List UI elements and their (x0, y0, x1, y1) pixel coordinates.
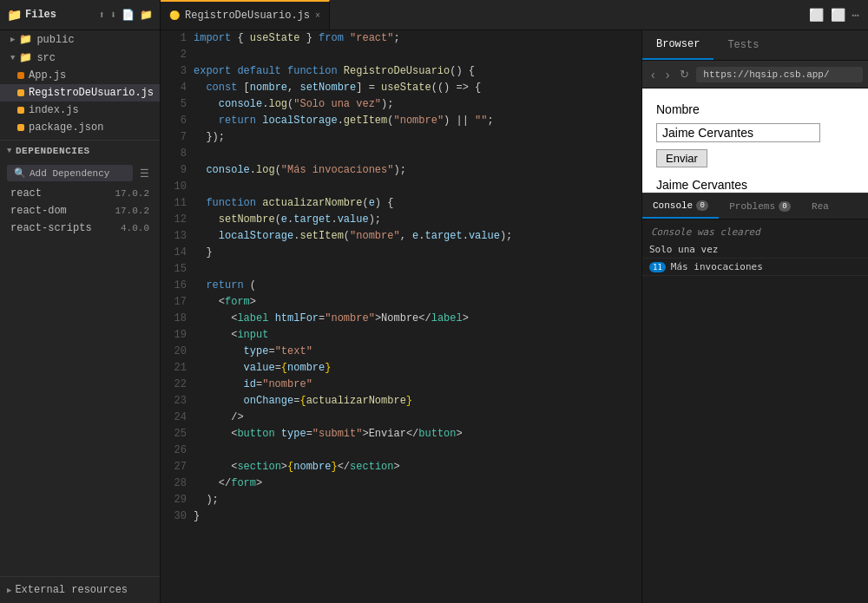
browser-toolbar: ‹ › ↻ (642, 61, 868, 88)
packagejson-dot (17, 124, 24, 131)
download-icon[interactable]: ⬇ (110, 9, 116, 22)
tab-rea[interactable]: Rea (801, 193, 839, 219)
code-line-4: 4 const [nombre, setNombre] = useState((… (161, 80, 641, 96)
tab-bar: 📁 Files ⬆ ⬇ 📄 📁 🟡 RegistroDeUsuario.js ×… (0, 0, 868, 30)
code-line-18: 18 <label htmlFor="nombre">Nombre</label… (161, 311, 641, 327)
sidebar-folder-public[interactable]: ▶ 📁 public (0, 30, 160, 49)
console-cleared-message: Console was cleared (642, 223, 868, 241)
code-line-30: 30 } (161, 508, 641, 525)
tab-file-label: RegistroDeUsuario.js (185, 10, 310, 22)
code-line-26: 26 (161, 442, 641, 459)
indexjs-dot (17, 107, 24, 114)
url-bar[interactable] (696, 67, 863, 82)
code-editor[interactable]: 1 import { useState } from "react"; 2 3 … (161, 30, 642, 603)
folder-chevron-icon: ▶ (10, 35, 15, 44)
more-actions-icon[interactable]: ⋯ (852, 8, 859, 23)
code-line-24: 24 /> (161, 410, 641, 426)
console-tab-label: Console (653, 200, 693, 211)
dep-reactscripts-version: 4.0.0 (121, 223, 149, 233)
dep-react-version: 17.0.2 (115, 188, 149, 199)
tab-file-icon: 🟡 (169, 10, 180, 21)
code-line-20: 20 type="text" (161, 344, 641, 360)
browser-name-display: Jaime Cervantes (656, 178, 854, 192)
active-tab[interactable]: 🟡 RegistroDeUsuario.js × (161, 0, 330, 29)
tab-close-icon[interactable]: × (315, 11, 320, 21)
external-label: External resources (15, 584, 128, 596)
external-resources-section: ▶ External resources (0, 576, 160, 603)
code-line-23: 23 onChange={actualizarNombre} (161, 393, 641, 410)
code-line-16: 16 return ( (161, 278, 641, 294)
browser-form-input[interactable] (656, 123, 820, 142)
new-file-icon[interactable]: 📄 (122, 9, 135, 22)
sidebar-item-packagejson[interactable]: package.json (0, 119, 160, 136)
dependencies-section: ▼ Dependencies 🔍 Add Dependency ☰ react … (0, 140, 160, 237)
code-line-21: 21 value={nombre} (161, 360, 641, 377)
code-lines: 1 import { useState } from "react"; 2 3 … (161, 30, 641, 525)
main-layout: ▶ 📁 public ▼ 📁 src App.js RegistroDeUsua… (0, 30, 868, 603)
code-line-19: 19 <input (161, 327, 641, 344)
rea-tab-label: Rea (812, 201, 829, 212)
code-line-15: 15 (161, 261, 641, 278)
deps-label: Dependencies (16, 146, 90, 156)
refresh-button[interactable]: ↻ (676, 66, 693, 82)
code-line-2: 2 (161, 47, 641, 63)
console-panel: Console 0 Problems 0 Rea Console was cle… (642, 193, 868, 603)
tab-browser[interactable]: Browser (642, 30, 713, 60)
add-dependency-button[interactable]: 🔍 Add Dependency (7, 165, 133, 181)
dep-reactdom-name: react-dom (10, 205, 67, 217)
console-content: Console was cleared Solo una vez 11 Más … (642, 220, 868, 603)
code-line-3: 3 export default function RegistroDeUsua… (161, 63, 641, 80)
split-editor-icon[interactable]: ⬜ (809, 8, 824, 23)
dependencies-header[interactable]: ▼ Dependencies (0, 141, 160, 161)
browser-submit-button[interactable]: Enviar (656, 149, 707, 167)
code-line-17: 17 <form> (161, 294, 641, 311)
deps-menu-button[interactable]: ☰ (136, 166, 153, 181)
tab-bar-actions: ⬜ ⬜ ⋯ (800, 8, 868, 23)
browser-form-label: Nombre (656, 102, 700, 116)
tab-problems[interactable]: Problems 0 (719, 193, 801, 219)
registro-label: RegistroDeUsuario.js (29, 87, 154, 99)
dep-reactscripts-name: react-scripts (10, 222, 92, 234)
layout-icon[interactable]: ⬜ (831, 8, 845, 23)
forward-button[interactable]: › (662, 66, 674, 83)
back-button[interactable]: ‹ (648, 66, 659, 83)
appjs-label: App.js (29, 69, 66, 82)
src-folder-icon: 📁 (19, 51, 32, 64)
code-line-6: 6 return localStorage.getItem("nombre") … (161, 113, 641, 129)
console-log-mas-text: Más invocaciones (671, 261, 763, 272)
folder-icon: 📁 (19, 33, 32, 46)
sidebar-item-indexjs[interactable]: index.js (0, 102, 160, 119)
code-line-14: 14 } (161, 245, 641, 261)
dep-item-react: react 17.0.2 (0, 185, 160, 202)
console-badge: 0 (696, 200, 708, 211)
problems-badge: 0 (779, 201, 791, 212)
add-dep-label: Add Dependency (30, 168, 109, 179)
folder-label: public (36, 34, 74, 46)
tab-tests[interactable]: Tests (713, 30, 773, 60)
sidebar-item-registrodeusario[interactable]: RegistroDeUsuario.js (0, 84, 160, 102)
console-log-solo-text: Solo una vez (649, 244, 718, 255)
files-label: Files (25, 9, 56, 21)
console-log-solo: Solo una vez (642, 241, 868, 259)
new-folder-icon[interactable]: 📁 (140, 9, 153, 22)
dep-react-name: react (10, 187, 42, 200)
code-line-8: 8 (161, 146, 641, 162)
sidebar-folder-src[interactable]: ▼ 📁 src (0, 49, 160, 67)
tab-console[interactable]: Console 0 (642, 193, 719, 219)
sidebar: ▶ 📁 public ▼ 📁 src App.js RegistroDeUsua… (0, 30, 161, 603)
dep-item-reactscripts: react-scripts 4.0.0 (0, 220, 160, 237)
files-icon: 📁 (7, 8, 22, 23)
deps-chevron-icon: ▼ (7, 147, 12, 155)
add-icon: 🔍 (14, 167, 26, 179)
external-resources-header[interactable]: ▶ External resources (0, 577, 160, 603)
right-panel: Browser Tests ‹ › ↻ Nombre Enviar Jaime … (642, 30, 868, 603)
sidebar-item-appjs[interactable]: App.js (0, 67, 160, 84)
indexjs-label: index.js (29, 104, 79, 116)
problems-tab-label: Problems (729, 201, 775, 212)
code-line-11: 11 function actualizarNombre(e) { (161, 195, 641, 212)
upload-icon[interactable]: ⬆ (99, 9, 105, 22)
src-folder-label: src (36, 52, 56, 64)
registro-dot (17, 89, 24, 96)
console-tabs: Console 0 Problems 0 Rea (642, 193, 868, 220)
console-log-mas-badge: 11 (649, 262, 666, 272)
